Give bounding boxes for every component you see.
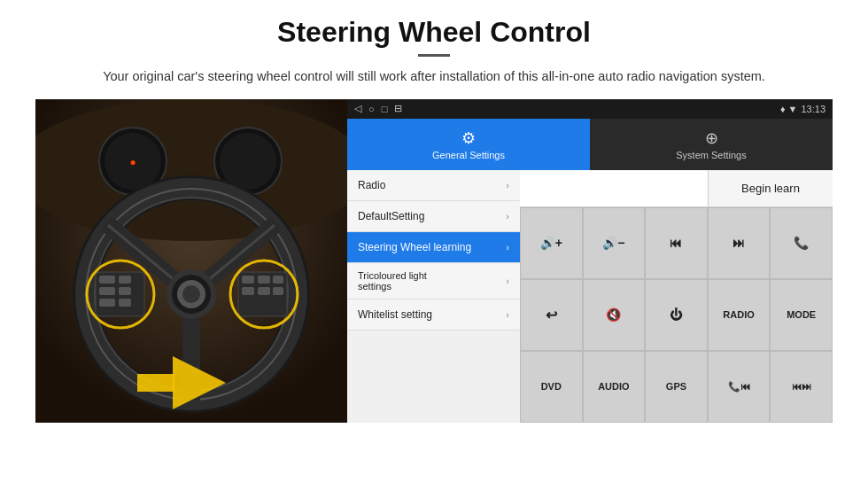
status-bar: ◁ ○ □ ⊟ ♦ ▼ 13:13 (347, 99, 833, 119)
next-icon: ⏭ (732, 236, 745, 250)
back-call-icon: ↩ (546, 307, 557, 323)
dvd-label: DVD (541, 381, 562, 392)
back-icon[interactable]: ◁ (354, 103, 361, 114)
home-icon[interactable]: ○ (368, 104, 375, 114)
right-control-panel: Begin learn 🔊+ 🔊− ⏮ (520, 170, 833, 423)
status-bar-left: ◁ ○ □ ⊟ (354, 103, 402, 114)
vol-down-icon: 🔊− (602, 236, 624, 250)
tab-system-settings[interactable]: ⊕ System Settings (590, 119, 833, 170)
learn-input-field[interactable] (520, 170, 709, 206)
tab-general-settings[interactable]: ⚙ General Settings (347, 119, 590, 170)
svg-rect-24 (119, 287, 131, 295)
settings-item-whitelist[interactable]: Whitelist setting › (347, 300, 520, 331)
time-display: 13:13 (801, 104, 825, 114)
power-button[interactable]: ⏻ (645, 279, 708, 351)
svg-point-6 (220, 133, 276, 190)
svg-rect-32 (258, 287, 270, 295)
gps-button[interactable]: GPS (645, 351, 708, 423)
chevron-icon-radio: › (506, 180, 509, 191)
svg-rect-26 (119, 299, 131, 307)
tab-system-label: System Settings (676, 150, 746, 160)
page-title: Steering Wheel Control (35, 16, 833, 49)
svg-text:●: ● (129, 156, 136, 168)
menu-icon[interactable]: ⊟ (394, 103, 402, 114)
settings-item-radio[interactable]: Radio › (347, 170, 520, 201)
mode-button[interactable]: MODE (770, 279, 833, 351)
vol-up-button[interactable]: 🔊+ (520, 207, 583, 279)
svg-rect-22 (119, 276, 131, 284)
recents-icon[interactable]: □ (382, 104, 388, 114)
begin-learn-row: Begin learn (520, 170, 833, 207)
chevron-icon-default: › (506, 211, 509, 222)
svg-rect-29 (258, 276, 270, 284)
gear-icon: ⚙ (461, 128, 476, 148)
gps-label: GPS (666, 381, 686, 392)
android-screen: ◁ ○ □ ⊟ ♦ ▼ 13:13 ⚙ General Settings ⊕ (347, 99, 833, 423)
svg-rect-28 (242, 276, 254, 284)
prev-icon: ⏮ (670, 236, 682, 250)
steering-wheel-image: ● (35, 99, 347, 423)
skip-icon: ⏮⏭ (792, 381, 811, 392)
back-call-button[interactable]: ↩ (520, 279, 583, 351)
settings-item-tricolour[interactable]: Tricoloured lightsettings › (347, 263, 520, 300)
dvd-button[interactable]: DVD (520, 351, 583, 423)
begin-learn-button[interactable]: Begin learn (709, 170, 833, 206)
svg-point-19 (182, 285, 200, 303)
settings-item-tricolour-label: Tricoloured lightsettings (358, 270, 427, 292)
mute-button[interactable]: 🔇 (583, 279, 646, 351)
mode-label: MODE (787, 309, 816, 320)
tab-general-label: General Settings (432, 150, 505, 160)
svg-rect-33 (273, 287, 283, 295)
svg-point-1 (35, 99, 347, 241)
chevron-icon-steering: › (506, 242, 509, 253)
settings-item-default-label: DefaultSetting (358, 210, 424, 222)
phone-icon: 📞 (794, 236, 809, 250)
prev-button[interactable]: ⏮ (645, 207, 708, 279)
signal-icon: ♦ ▼ (780, 104, 798, 114)
phone-prev-button[interactable]: 📞⏮ (708, 351, 771, 423)
svg-rect-25 (99, 299, 115, 307)
mute-icon: 🔇 (606, 307, 621, 322)
next-button[interactable]: ⏭ (708, 207, 771, 279)
chevron-icon-whitelist: › (506, 309, 509, 320)
page-wrapper: Steering Wheel Control Your original car… (0, 0, 868, 423)
subtitle: Your original car's steering wheel contr… (35, 67, 833, 87)
status-bar-right: ♦ ▼ 13:13 (780, 104, 825, 114)
svg-rect-37 (137, 374, 174, 392)
steering-wheel-svg: ● (35, 99, 347, 423)
settings-item-steering[interactable]: Steering Wheel learning › (347, 232, 520, 263)
phone-prev-icon: 📞⏮ (728, 381, 750, 393)
vol-up-icon: 🔊+ (540, 236, 562, 250)
phone-button[interactable]: 📞 (770, 207, 833, 279)
settings-item-radio-label: Radio (358, 179, 385, 191)
title-divider (418, 54, 450, 57)
top-tabs: ⚙ General Settings ⊕ System Settings (347, 119, 833, 170)
main-panel: Radio › DefaultSetting › Steering Wheel … (347, 170, 833, 423)
settings-item-steering-label: Steering Wheel learning (358, 241, 471, 253)
settings-item-whitelist-label: Whitelist setting (358, 308, 432, 321)
settings-item-default[interactable]: DefaultSetting › (347, 201, 520, 232)
radio-label: RADIO (723, 309, 754, 320)
system-icon: ⊕ (705, 128, 718, 148)
chevron-icon-tricolour: › (506, 276, 509, 286)
svg-rect-31 (242, 287, 254, 295)
radio-button[interactable]: RADIO (708, 279, 771, 351)
svg-rect-30 (273, 276, 283, 284)
settings-list: Radio › DefaultSetting › Steering Wheel … (347, 170, 520, 423)
audio-label: AUDIO (598, 381, 629, 392)
power-icon: ⏻ (670, 307, 682, 322)
vol-down-button[interactable]: 🔊− (583, 207, 646, 279)
svg-rect-21 (99, 276, 115, 284)
audio-button[interactable]: AUDIO (583, 351, 646, 423)
svg-rect-23 (99, 287, 115, 295)
skip-button[interactable]: ⏮⏭ (770, 351, 833, 423)
content-area: ● (35, 99, 833, 423)
